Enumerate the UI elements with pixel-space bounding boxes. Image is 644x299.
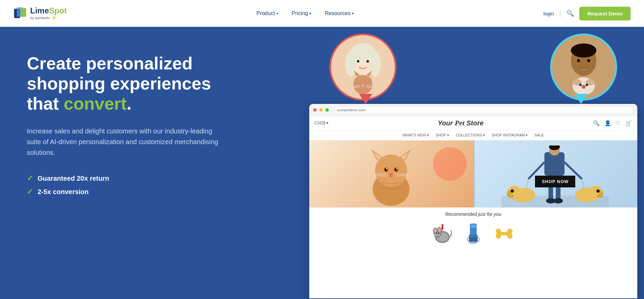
svg-point-80 (438, 233, 439, 234)
banner-right: SHOP NOW (473, 140, 637, 207)
man-bubble-pointer (574, 94, 588, 104)
svg-point-70 (599, 191, 603, 197)
svg-point-94 (496, 233, 501, 239)
svg-rect-85 (471, 225, 476, 228)
resources-chevron-icon: ▾ (352, 11, 354, 16)
svg-point-25 (587, 59, 590, 62)
svg-point-96 (507, 233, 513, 239)
pricing-chevron-icon: ▾ (309, 11, 311, 16)
currency-selector: CAD$ ▾ (315, 121, 328, 125)
bullet-text-1: Guaranteed 20x return (38, 175, 109, 182)
svg-point-42 (386, 168, 387, 170)
browser-dot-minimize (319, 108, 323, 112)
svg-point-93 (496, 229, 501, 234)
store-icons: 🔍 👤 ♡ 🛒 (593, 120, 632, 126)
logo-name: LimeSpot (30, 6, 67, 15)
bone-icon (492, 222, 516, 245)
logo-icon (13, 6, 28, 21)
svg-point-53 (553, 198, 563, 203)
hero-visual: yourpetstore.com CAD$ ▾ Your Pet Store 🔍… (309, 27, 644, 299)
nav-right: login | 🔍 Request Demo (543, 7, 631, 20)
rec-title: Recommended just for you (315, 212, 632, 217)
nav-shop: SHOP ▾ (436, 133, 449, 137)
browser-bar: yourpetstore.com (309, 104, 637, 116)
rec-item-3 (491, 220, 518, 247)
product-chevron-icon: ▾ (276, 11, 278, 16)
svg-point-12 (354, 77, 362, 82)
login-link[interactable]: login (543, 11, 554, 16)
svg-point-23 (571, 44, 596, 58)
rec-item-1 (429, 220, 456, 247)
bullet-text-2: 2-5x conversion (38, 188, 89, 196)
svg-point-95 (507, 229, 513, 234)
checkmark-icon-1: ✓ (27, 174, 33, 183)
pet-store-header: CAD$ ▾ Your Pet Store 🔍 👤 ♡ 🛒 (309, 116, 637, 130)
browser-address-bar: yourpetstore.com (334, 106, 633, 114)
rec-item-2 (460, 220, 487, 247)
browser-mockup: yourpetstore.com CAD$ ▾ Your Pet Store 🔍… (309, 104, 637, 298)
profile-bubble-woman (329, 34, 396, 101)
browser-dot-maximize (325, 108, 329, 112)
pet-store-logo: Your Pet Store (438, 119, 483, 127)
svg-point-29 (582, 85, 585, 88)
hero-content: Create personalizedshopping experiencest… (0, 27, 309, 216)
woman-bubble-pointer (359, 94, 372, 104)
svg-point-79 (436, 233, 437, 234)
nav-sale: SALE (534, 133, 544, 137)
pet-store-banner: SHOP NOW (309, 140, 637, 207)
nav-pricing[interactable]: Pricing ▾ (286, 8, 317, 19)
logo-subtitle: by pantastic ⚡ (30, 15, 67, 20)
bullet-item-2: ✓ 2-5x conversion (27, 187, 289, 196)
rec-items (315, 220, 632, 247)
svg-point-44 (389, 173, 393, 176)
search-icon[interactable]: 🔍 (567, 10, 574, 17)
hero-description: Increase sales and delight customers wit… (27, 126, 221, 158)
svg-point-43 (396, 168, 397, 170)
brush-icon (462, 222, 485, 245)
logo-link[interactable]: LimeSpot by pantastic ⚡ (13, 6, 67, 21)
cat-illustration (364, 145, 418, 207)
svg-point-9 (357, 60, 360, 63)
svg-point-64 (511, 189, 514, 193)
account-icon-store: 👤 (604, 120, 611, 126)
wishlist-icon-store: ♡ (616, 120, 621, 126)
request-demo-button[interactable]: Request Demo (579, 7, 631, 20)
shop-now-button[interactable]: SHOP NOW (535, 176, 575, 187)
nav-shop-instagram: SHOP INSTAGRAM ▾ (492, 133, 528, 137)
bullet-item-1: ✓ Guaranteed 20x return (27, 174, 289, 183)
nav-product[interactable]: Product ▾ (251, 8, 283, 19)
mouse-toy-icon (431, 222, 454, 245)
nav-resources[interactable]: Resources ▾ (319, 8, 359, 19)
svg-point-16 (361, 84, 365, 87)
nav-links: Product ▾ Pricing ▾ Resources ▾ (251, 8, 359, 19)
svg-point-24 (577, 59, 580, 62)
hero-bullets: ✓ Guaranteed 20x return ✓ 2-5x conversio… (27, 174, 289, 196)
checkmark-icon-2: ✓ (27, 187, 33, 196)
hero-title: Create personalizedshopping experiencest… (27, 54, 289, 114)
circle-decoration (433, 147, 467, 181)
svg-rect-54 (544, 152, 565, 176)
banner-split-line (473, 140, 475, 207)
woman-avatar (331, 35, 395, 99)
svg-point-31 (586, 83, 588, 86)
profile-bubble-man (550, 34, 617, 101)
svg-point-40 (384, 168, 388, 171)
svg-point-33 (375, 155, 407, 187)
search-icon-store: 🔍 (593, 120, 600, 126)
banner-left (309, 140, 473, 207)
cart-icon-store: 🛒 (625, 120, 632, 126)
man-avatar (552, 35, 615, 99)
browser-dot-close (313, 108, 317, 112)
pet-store-nav: WHAT'S NEW ▾ SHOP ▾ COLLECTIONS ▾ SHOP I… (309, 130, 637, 140)
svg-point-69 (596, 189, 600, 193)
svg-point-41 (394, 168, 398, 171)
svg-point-77 (434, 229, 437, 233)
svg-point-30 (579, 83, 582, 86)
convert-word: convert (64, 94, 127, 113)
hero-section: Create personalizedshopping experiencest… (0, 0, 644, 299)
svg-point-13 (364, 77, 371, 82)
svg-point-83 (441, 224, 443, 226)
svg-point-78 (438, 228, 441, 232)
svg-marker-2 (21, 8, 26, 17)
nav-whats-new: WHAT'S NEW ▾ (402, 133, 429, 137)
